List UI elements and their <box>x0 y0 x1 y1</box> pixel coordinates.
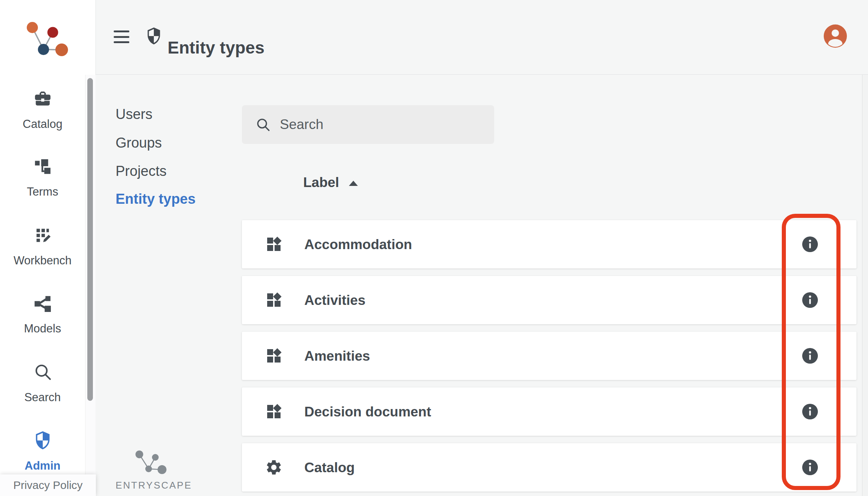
entity-type-row[interactable]: Amenities <box>242 332 856 380</box>
workbench-icon <box>33 226 52 246</box>
entity-type-label: Catalog <box>304 461 355 474</box>
sidebar-item-label: Terms <box>27 186 58 197</box>
app-logo-box <box>0 0 96 75</box>
entity-type-label: Decision document <box>304 405 431 419</box>
sidebar-item-search[interactable]: Search <box>0 363 85 403</box>
entity-type-list: AccommodationActivitiesAmenitiesDecision… <box>242 220 856 496</box>
shield-icon <box>35 431 51 451</box>
page-scrollbar[interactable] <box>862 75 868 496</box>
info-icon <box>801 292 819 309</box>
info-button[interactable] <box>801 347 819 364</box>
subnav-item-projects[interactable]: Projects <box>116 164 166 178</box>
sidebar-scrollbar-track[interactable] <box>85 75 95 496</box>
subnav-item-entity-types[interactable]: Entity types <box>116 192 195 206</box>
entity-type-row[interactable]: Accommodation <box>242 220 856 268</box>
main-sidebar: CatalogTermsWorkbenchModelsSearchAdmin <box>0 75 95 496</box>
gear-icon <box>265 458 283 476</box>
sitemap-icon <box>33 157 52 177</box>
label-column-header[interactable]: Label <box>303 175 358 189</box>
info-icon <box>801 236 819 253</box>
search-box <box>242 105 494 144</box>
menu-icon[interactable] <box>114 30 129 43</box>
sidebar-item-label: Admin <box>25 460 60 471</box>
sort-ascending-icon <box>349 181 358 186</box>
info-button[interactable] <box>801 403 819 420</box>
sidebar-item-models[interactable]: Models <box>0 294 85 334</box>
widgets-icon <box>265 347 283 365</box>
info-button[interactable] <box>801 292 819 309</box>
widgets-icon <box>265 291 283 309</box>
sidebar-item-catalog[interactable]: Catalog <box>0 89 85 130</box>
info-icon <box>801 347 819 364</box>
privacy-policy-link[interactable]: Privacy Policy <box>13 479 83 492</box>
sidebar-item-terms[interactable]: Terms <box>0 157 85 197</box>
info-icon <box>801 403 819 420</box>
entity-type-label: Activities <box>304 293 366 307</box>
sidebar-item-label: Models <box>24 323 61 334</box>
subnav-item-users[interactable]: Users <box>116 107 152 121</box>
privacy-policy-bar: Privacy Policy <box>0 474 96 496</box>
entity-type-row[interactable]: Activities <box>242 276 856 324</box>
widgets-icon <box>265 403 283 421</box>
sidebar-scrollbar-thumb[interactable] <box>87 78 93 401</box>
search-icon <box>33 363 52 383</box>
footer-brand-name: ENTRYSCAPE <box>116 480 186 490</box>
subnav-item-groups[interactable]: Groups <box>116 136 162 150</box>
sidebar-item-admin[interactable]: Admin <box>0 431 85 471</box>
footer-brand: ENTRYSCAPE <box>116 448 186 490</box>
entity-type-row[interactable]: Decision document <box>242 387 856 436</box>
sidebar-item-label: Workbench <box>13 255 71 266</box>
sidebar-item-label: Catalog <box>23 118 62 130</box>
entity-type-label: Accommodation <box>304 238 412 251</box>
entryscape-logo-icon <box>23 19 71 60</box>
entryscape-admin-app: Entity types CatalogTermsWorkbenchModels… <box>0 0 868 496</box>
user-avatar[interactable] <box>823 23 848 49</box>
briefcase-icon <box>33 89 52 109</box>
search-input[interactable] <box>279 116 487 133</box>
admin-shield-icon <box>146 28 161 46</box>
info-icon <box>801 459 819 476</box>
sidebar-item-label: Search <box>24 392 61 403</box>
info-button[interactable] <box>801 236 819 253</box>
entity-type-label: Amenities <box>304 349 370 363</box>
sidebar-item-workbench[interactable]: Workbench <box>0 226 85 266</box>
widgets-icon <box>265 235 283 253</box>
info-button[interactable] <box>801 459 819 476</box>
header-divider <box>95 74 868 75</box>
page-title: Entity types <box>168 38 265 57</box>
label-column-title: Label <box>303 175 339 189</box>
share-icon <box>33 294 52 314</box>
entryscape-footer-logo-icon <box>133 448 169 476</box>
entity-type-row[interactable]: Catalog <box>242 443 856 492</box>
search-icon <box>255 117 271 132</box>
